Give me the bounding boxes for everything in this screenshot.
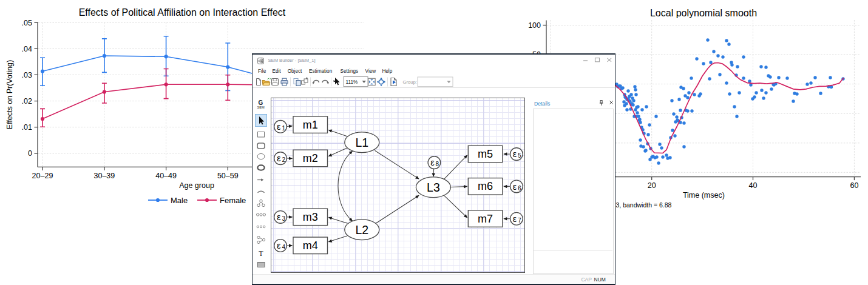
svg-text:ε: ε: [277, 122, 281, 132]
svg-text:m2: m2: [303, 152, 318, 164]
svg-text:7: 7: [518, 216, 521, 223]
svg-text:L2: L2: [355, 223, 368, 236]
svg-text:50–59: 50–59: [217, 172, 239, 180]
svg-text:20–29: 20–29: [32, 172, 53, 180]
svg-text:Age group: Age group: [179, 181, 214, 190]
svg-text:Female: Female: [220, 196, 246, 205]
svg-text:ε: ε: [513, 149, 517, 159]
svg-text:40: 40: [749, 181, 758, 190]
svg-text:100: 100: [528, 21, 541, 30]
svg-text:Effects on Pr(Voting): Effects on Pr(Voting): [5, 60, 14, 129]
svg-text:40–49: 40–49: [155, 172, 177, 180]
svg-text:5: 5: [518, 152, 521, 159]
svg-text:20: 20: [648, 181, 656, 190]
svg-text:Male: Male: [171, 196, 188, 205]
svg-text:3, bandwidth = 6.88: 3, bandwidth = 6.88: [616, 201, 672, 209]
svg-text:m3: m3: [303, 210, 318, 223]
svg-text:30–39: 30–39: [94, 172, 115, 180]
svg-text:.02: .02: [22, 97, 32, 106]
svg-text:ε: ε: [277, 241, 281, 250]
svg-text:m5: m5: [478, 148, 493, 160]
svg-text:L1: L1: [355, 135, 368, 149]
svg-text:6: 6: [518, 184, 521, 191]
svg-text:.04: .04: [22, 45, 32, 53]
svg-text:.03: .03: [22, 71, 32, 79]
svg-text:3: 3: [282, 215, 285, 222]
svg-text:Group:: Group:: [403, 79, 417, 85]
svg-text:.01: .01: [22, 123, 32, 132]
svg-text:SEM: SEM: [257, 106, 264, 109]
svg-text:60: 60: [850, 181, 858, 190]
svg-text:.05: .05: [22, 19, 32, 27]
svg-text:T: T: [259, 249, 263, 258]
svg-text:2: 2: [282, 156, 285, 163]
svg-text:m6: m6: [478, 180, 493, 192]
svg-text:ε: ε: [277, 153, 281, 163]
svg-text:L3: L3: [427, 180, 440, 193]
svg-text:8: 8: [436, 161, 439, 167]
svg-text:G: G: [259, 99, 263, 106]
svg-text:ε: ε: [513, 213, 517, 223]
svg-text:m1: m1: [303, 118, 318, 130]
svg-text:111%: 111%: [346, 79, 358, 85]
svg-text:4: 4: [282, 244, 285, 250]
svg-text:ε: ε: [277, 212, 281, 222]
svg-text:Effects of Political Affiliati: Effects of Political Affiliation on Inte…: [79, 7, 286, 18]
svg-text:Local polynomial smooth: Local polynomial smooth: [650, 8, 757, 18]
svg-text:1: 1: [282, 125, 285, 132]
svg-text:ε: ε: [430, 158, 435, 167]
svg-text:m4: m4: [303, 239, 318, 251]
svg-text:ε: ε: [513, 181, 517, 191]
svg-text:Time (msec): Time (msec): [683, 191, 725, 200]
svg-text:0: 0: [28, 149, 32, 158]
svg-text:m7: m7: [478, 212, 493, 224]
